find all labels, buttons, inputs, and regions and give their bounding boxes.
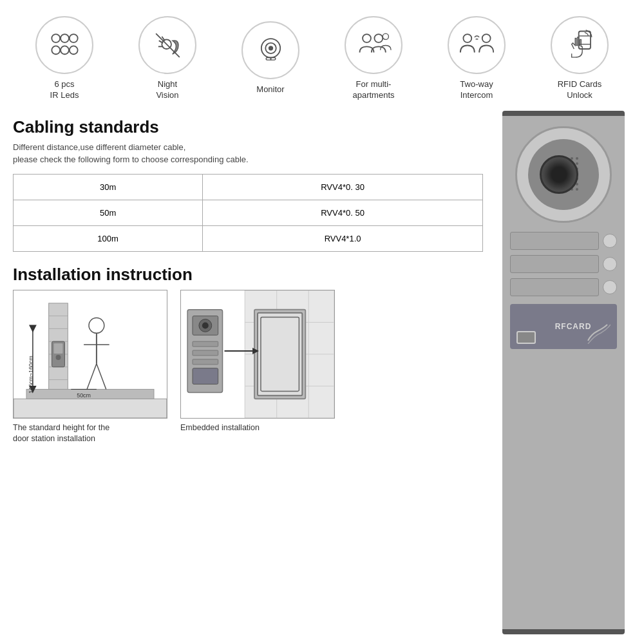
ir-leds-icon (35, 16, 93, 74)
apartments-icon (345, 16, 402, 74)
cabling-desc: Different distance,use different diamete… (13, 141, 483, 166)
svg-point-20 (482, 34, 490, 43)
left-content: Cabling standards Different distance,use… (13, 111, 489, 634)
content-area: Cabling standards Different distance,use… (13, 111, 631, 634)
cabling-title: Cabling standards (13, 117, 483, 137)
svg-point-5 (69, 46, 77, 54)
svg-rect-43 (54, 343, 63, 354)
svg-point-19 (463, 34, 471, 43)
button-slot-1 (510, 232, 599, 250)
feature-ir-leds: 6 pcs IR Leds (23, 16, 106, 101)
feature-multi-apartments: For multi- apartments (332, 16, 415, 101)
distance-cell: 100m (14, 225, 203, 251)
intercom-icon (448, 16, 506, 74)
table-row: 100m RVV4*1.0 (14, 225, 483, 251)
feature-night-vision-label: Night Vision (156, 79, 178, 101)
night-vision-icon (138, 16, 196, 74)
svg-text:50cm: 50cm (77, 392, 91, 399)
camera-inner (528, 139, 599, 210)
svg-line-37 (97, 364, 106, 390)
height-diagram-container: 145cm~160cm 50cm (13, 290, 167, 445)
svg-point-16 (363, 34, 371, 43)
cable-table: 30m RVV4*0. 30 50m RVV4*0. 50 100m RVV4*… (13, 174, 483, 252)
install-title: Installation instruction (13, 265, 483, 285)
cable-cell: RVV4*0. 30 (203, 174, 483, 200)
feature-intercom-label: Two-way Intercom (460, 79, 493, 101)
table-row: 30m RVV4*0. 30 (14, 174, 483, 200)
height-diagram-label: The standard height for the door station… (13, 422, 167, 445)
feature-rfid: RFID Cards Unlock (538, 16, 621, 101)
rfid-unlock-icon (551, 16, 609, 74)
svg-point-66 (576, 157, 578, 160)
feature-night-vision: Night Vision (126, 16, 209, 101)
install-diagrams: 145cm~160cm 50cm (13, 290, 483, 445)
svg-point-69 (576, 162, 578, 165)
feature-intercom: Two-way Intercom (435, 16, 518, 101)
svg-point-18 (383, 33, 388, 39)
svg-point-2 (69, 34, 77, 43)
svg-point-3 (52, 46, 60, 54)
svg-rect-58 (193, 341, 218, 346)
button-slot-3 (510, 278, 599, 296)
feature-ir-leds-label: 6 pcs IR Leds (50, 79, 79, 101)
feature-monitor-label: Monitor (256, 84, 284, 95)
doorbell-button-3[interactable] (603, 280, 617, 294)
rfid-panel: RFCARD (510, 304, 617, 349)
svg-point-0 (52, 34, 60, 43)
svg-rect-24 (14, 399, 167, 418)
svg-point-33 (89, 317, 104, 333)
device-panel: RFCARD (502, 111, 625, 634)
embedded-diagram-box (180, 290, 335, 419)
svg-rect-53 (261, 317, 299, 391)
table-row: 50m RVV4*0. 50 (14, 200, 483, 225)
button-row-2 (510, 255, 617, 273)
install-section: Installation instruction (13, 265, 483, 445)
svg-point-13 (268, 46, 272, 50)
svg-rect-60 (193, 359, 218, 365)
feature-rfid-label: RFID Cards Unlock (558, 79, 602, 101)
distance-cell: 30m (14, 174, 203, 200)
svg-rect-61 (193, 368, 218, 384)
embedded-diagram-container: Embedded installation (180, 290, 335, 445)
svg-point-84 (576, 188, 578, 191)
feature-monitor: Monitor (229, 21, 312, 95)
distance-cell: 50m (14, 200, 203, 225)
doorbell-button-2[interactable] (603, 257, 617, 271)
features-row: 6 pcs IR Leds Night Vision (13, 10, 631, 111)
feature-multi-apartments-label: For multi- apartments (352, 79, 394, 101)
camera-lens (540, 155, 578, 194)
svg-rect-21 (578, 31, 590, 49)
main-container: 6 pcs IR Leds Night Vision (0, 0, 644, 644)
embedded-diagram-label: Embedded installation (180, 422, 335, 434)
svg-line-36 (87, 364, 97, 390)
monitor-icon (242, 21, 299, 79)
camera-section (515, 126, 612, 223)
button-row-1 (510, 232, 617, 250)
doorbell-button-1[interactable] (603, 234, 617, 248)
right-content: RFCARD (502, 111, 631, 634)
cable-cell: RVV4*0. 50 (203, 200, 483, 225)
button-row-3 (510, 278, 617, 296)
button-slot-2 (510, 255, 599, 273)
rfid-card-icon (516, 331, 536, 344)
svg-point-4 (61, 46, 69, 54)
cable-cell: RVV4*1.0 (203, 225, 483, 251)
svg-point-57 (202, 322, 209, 328)
svg-rect-59 (193, 350, 218, 355)
svg-text:145cm~160cm: 145cm~160cm (28, 355, 34, 393)
height-diagram-box: 145cm~160cm 50cm (13, 290, 167, 419)
svg-point-1 (61, 34, 69, 43)
svg-point-17 (374, 34, 383, 43)
svg-point-44 (56, 355, 61, 360)
